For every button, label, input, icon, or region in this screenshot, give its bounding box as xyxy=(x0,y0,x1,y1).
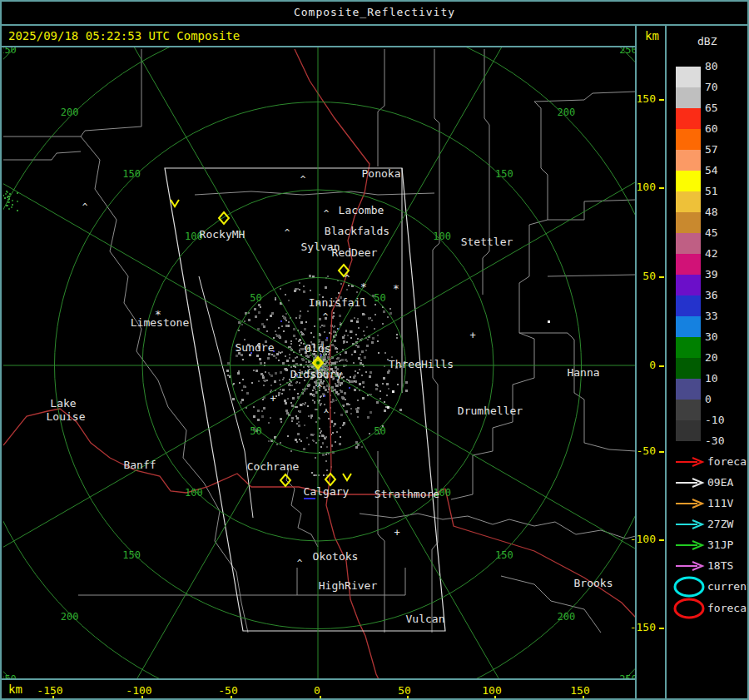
county-boundary-line xyxy=(548,200,636,220)
county-boundary-line xyxy=(195,191,434,195)
clutter-echo-pixel xyxy=(345,399,346,400)
clutter-echo-pixel xyxy=(263,407,265,410)
clutter-echo-pixel xyxy=(299,289,300,290)
scale-color-swatch xyxy=(676,67,701,87)
clutter-echo-pixel xyxy=(275,357,277,359)
clutter-echo-pixel xyxy=(315,421,317,423)
clutter-echo-pixel xyxy=(304,390,305,392)
clutter-echo-pixel xyxy=(303,334,305,335)
range-ring-label: 50 xyxy=(374,425,385,437)
clutter-echo-pixel xyxy=(357,345,360,348)
clutter-echo-pixel xyxy=(300,404,302,406)
city-label-drumheller: Drumheller xyxy=(458,405,523,417)
clutter-echo-pixel xyxy=(289,357,290,359)
scale-value-label: 33 xyxy=(705,310,718,322)
clutter-echo-pixel xyxy=(296,423,298,424)
clutter-echo-pixel xyxy=(349,404,350,405)
clutter-echo-pixel xyxy=(335,441,336,443)
y-axis-tick-label: 150 xyxy=(637,92,656,105)
clutter-echo-pixel xyxy=(266,319,268,320)
dot-marker xyxy=(387,406,389,409)
scale-value-label: 54 xyxy=(705,164,718,176)
clutter-blue-pixel xyxy=(326,337,328,339)
legend-arrow-icon xyxy=(676,479,702,487)
clutter-echo-pixel xyxy=(350,408,352,410)
scale-color-swatch xyxy=(676,212,701,233)
clutter-echo-pixel xyxy=(294,389,295,390)
radar-window: Composite_Reflectivity 2025/09/18 05:22:… xyxy=(0,0,749,700)
clutter-echo-pixel xyxy=(307,405,309,407)
x-axis-tick-mark xyxy=(231,696,232,700)
clutter-echo-pixel xyxy=(340,385,341,386)
clutter-echo-pixel xyxy=(323,386,325,389)
radar-map-canvas[interactable]: 5050505010010010010015015015015020020020… xyxy=(2,2,749,700)
clutter-echo-pixel xyxy=(334,423,336,425)
clutter-echo-pixel xyxy=(281,393,283,395)
clutter-echo-pixel xyxy=(299,317,300,319)
clutter-blue-pixel xyxy=(280,320,282,322)
clutter-echo-pixel xyxy=(283,377,285,379)
clutter-echo-pixel xyxy=(280,442,281,444)
clutter-echo-pixel xyxy=(368,317,370,320)
clutter-echo-pixel xyxy=(295,439,297,441)
clutter-echo-pixel xyxy=(353,362,355,364)
clutter-echo-pixel xyxy=(350,413,352,415)
clutter-echo-pixel xyxy=(296,356,298,358)
legend-item-label: forecast xyxy=(707,455,749,468)
clutter-echo-pixel xyxy=(253,406,255,408)
clutter-echo-pixel xyxy=(300,348,301,350)
clutter-echo-pixel xyxy=(329,332,330,334)
clutter-echo-pixel xyxy=(324,404,325,405)
west-echo-pixel xyxy=(17,210,18,211)
clutter-echo-pixel xyxy=(292,397,295,400)
scale-value-label: 60 xyxy=(705,122,718,135)
x-axis-tick-label: 150 xyxy=(570,684,589,697)
clutter-echo-pixel xyxy=(300,342,302,344)
clutter-echo-pixel xyxy=(344,335,345,336)
range-ring-label: 200 xyxy=(558,611,576,623)
range-ring-label: 200 xyxy=(61,611,79,623)
clutter-echo-pixel xyxy=(320,326,321,328)
clutter-echo-pixel xyxy=(285,325,288,327)
clutter-echo-pixel xyxy=(273,355,275,357)
x-axis-tick-label: 0 xyxy=(314,684,320,697)
clutter-echo-pixel xyxy=(260,362,262,365)
clutter-echo-pixel xyxy=(255,370,258,372)
west-echo-pixel xyxy=(6,205,7,206)
clutter-echo-pixel xyxy=(302,359,305,361)
city-label-banff: Banff xyxy=(123,459,156,471)
clutter-echo-pixel xyxy=(291,420,293,422)
x-axis-tick-label: 50 xyxy=(398,684,411,697)
clutter-echo-pixel xyxy=(336,361,338,363)
clutter-echo-pixel xyxy=(340,390,343,393)
scale-value-label: 30 xyxy=(705,330,718,343)
clutter-echo-pixel xyxy=(342,424,344,426)
clutter-echo-pixel xyxy=(275,299,276,300)
clutter-echo-pixel xyxy=(386,395,388,396)
clutter-echo-pixel xyxy=(320,403,322,405)
clutter-echo-pixel xyxy=(268,440,270,442)
range-ring-label: 250 xyxy=(619,44,637,56)
clutter-echo-pixel xyxy=(336,358,338,360)
clutter-echo-pixel xyxy=(355,441,358,444)
clutter-echo-pixel xyxy=(258,311,260,314)
clutter-echo-pixel xyxy=(314,402,315,404)
clutter-echo-pixel xyxy=(299,345,300,346)
clutter-echo-pixel xyxy=(299,351,300,353)
clutter-echo-pixel xyxy=(363,330,365,332)
scale-color-swatch xyxy=(676,150,701,171)
clutter-echo-pixel xyxy=(285,340,287,343)
clutter-echo-pixel xyxy=(325,339,328,341)
clutter-echo-pixel xyxy=(370,394,372,395)
clutter-echo-pixel xyxy=(327,276,329,277)
clutter-echo-pixel xyxy=(297,393,299,395)
clutter-echo-pixel xyxy=(346,403,349,405)
clutter-echo-pixel xyxy=(389,308,391,310)
clutter-echo-pixel xyxy=(288,346,290,348)
clutter-echo-pixel xyxy=(259,358,261,360)
clutter-echo-pixel xyxy=(387,316,389,318)
clutter-echo-pixel xyxy=(343,376,345,378)
legend-arrow-icon xyxy=(676,499,702,508)
range-ring-label: 50 xyxy=(374,292,385,304)
clutter-echo-pixel xyxy=(273,337,275,339)
